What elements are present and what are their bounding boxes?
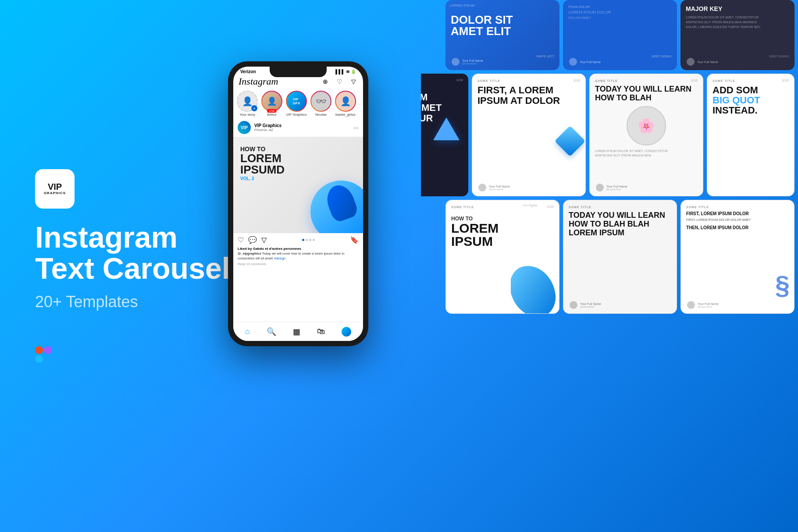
r2c2-big-text: FIRST, A LOREM IPSUM AT DOLOR <box>477 85 580 106</box>
r1c1-name-sub: @username <box>462 62 483 65</box>
post-more-icon[interactable]: ··· <box>353 124 359 131</box>
vip-label: VIP Graphics <box>286 113 307 117</box>
dm-icon[interactable]: ▽ <box>349 77 358 86</box>
r3c3-shape-s: § <box>775 270 790 300</box>
like-icon[interactable]: ♡ <box>238 236 244 244</box>
r3c3-avatar <box>687 301 695 309</box>
r1c1-text: DOLOR SIT <box>451 14 554 25</box>
r1c2-sub3: DOLOR AMET <box>568 16 672 20</box>
post-action-left: ♡ 💬 ▽ <box>238 236 267 244</box>
share-icon[interactable]: ▽ <box>261 236 267 244</box>
nav-search-icon[interactable]: 🔍 <box>267 327 276 337</box>
r2c3-name: Your Full Name <box>606 185 627 188</box>
add-post-icon[interactable]: ⊕ <box>321 77 330 86</box>
figma-logo <box>35 346 232 363</box>
card-r2c1: SOME TITLE 1/10 LOREM IPSUM DOLOR DOLOR … <box>421 74 468 196</box>
card-r1c1: LOREM IPSUM DOLOR SIT AMET ELIT SWIPE LE… <box>445 0 559 70</box>
comment-icon[interactable]: 💬 <box>248 236 257 244</box>
row-1-cards: LOREM IPSUM DOLOR SIT AMET ELIT SWIPE LE… <box>445 0 794 70</box>
r2c2-some-title: SOME TITLE <box>477 79 580 82</box>
heart-icon[interactable]: ♡ <box>335 77 344 86</box>
r2c2-avatar <box>478 184 486 192</box>
nav-reels-icon[interactable]: ▦ <box>293 327 300 337</box>
r1c2-keep-going: KEEP GOING! <box>652 55 672 58</box>
blob-shape <box>297 145 363 233</box>
r1c1-subtitle: LOREM IPSUM <box>450 4 474 7</box>
r1c3-title: MAJOR KEY <box>686 5 789 12</box>
r2c4-some-title: SOME TITLE <box>712 79 789 82</box>
r3c3-sub: @username <box>698 305 719 308</box>
r2c1-num: 1/10 <box>456 78 463 82</box>
r3c1-ipsum: IPSUM <box>451 235 554 248</box>
r2c2-num: 2/10 <box>573 78 580 82</box>
post-lorem: LOREM <box>240 153 285 164</box>
r2c2-name: Your Full Name <box>489 185 510 188</box>
r3c3-text3: THEN, LOREM IPSUM DOLOR <box>686 225 789 230</box>
story-your-story[interactable]: 👤 + Your story <box>237 91 258 117</box>
your-story-label: Your story <box>239 113 255 117</box>
story-barbie[interactable]: 👤 barbie_girtzz <box>335 91 356 117</box>
r1c1-name-text: Your Full Name <box>462 59 483 62</box>
save-icon[interactable]: 🔖 <box>350 236 359 244</box>
instagram-action-icons: ⊕ ♡ ▽ <box>321 77 358 86</box>
nav-shop-icon[interactable]: 🛍 <box>317 327 325 336</box>
r2c1-footer: Your Full Name @username <box>421 184 462 192</box>
r2c1-text1: LOREM IPSUM DOLOR DOLOR AMET <box>421 85 463 89</box>
stories-row: 👤 + Your story 👤 LIVE Arthur VIP <box>233 89 363 118</box>
r1c1-footer: Your Full Name @username <box>452 58 553 66</box>
r1c2-avatar <box>569 58 577 66</box>
caption-hashtag: #design <box>274 256 285 260</box>
barbie-avatar: 👤 <box>335 91 356 112</box>
story-arthur[interactable]: 👤 LIVE Arthur <box>261 91 282 117</box>
r3c2-name: Your Full Name <box>580 302 601 305</box>
post-caption: @_vipgraphics Today we will cover how to… <box>233 251 363 262</box>
post-text-overlay: HOW TO LOREM IPSUMD VOL. 2 <box>240 145 285 181</box>
card-r1c2: IPSUM DOLOR. LOREM IPSUM DOLOR DOLOR AME… <box>563 0 677 70</box>
caption-username: @_vipgraphics <box>238 252 261 255</box>
post-image: HOW TO LOREM IPSUMD VOL. 2 <box>233 137 363 233</box>
r2c3-avatar <box>596 184 604 192</box>
story-vip-graphics[interactable]: VIPGFX VIP Graphics <box>286 91 307 117</box>
r3c2-some-title: SOME TITLE <box>569 206 671 209</box>
dot-3 <box>309 239 311 241</box>
story-nicolas[interactable]: 👓 Nicolas <box>310 91 331 117</box>
logo-box: VIP GRAPHICS <box>35 169 75 209</box>
r3c1-figma: For Figma <box>523 204 537 207</box>
card-r1c3: MAJOR KEY LOREM IPSUM DOLOR SIT AMET, CO… <box>680 0 794 70</box>
arthur-label: Arthur <box>267 113 277 117</box>
nav-home-icon[interactable]: ⌂ <box>245 327 250 336</box>
r2c3-plant-image: 🌸 <box>627 106 666 145</box>
main-title: Instagram Text Carousel <box>35 222 232 284</box>
barbie-label: barbie_girtzz <box>335 113 356 117</box>
r3c3-text2: FIRST, LOREM IPSUM DOLOR DOLOR AMET <box>686 218 789 223</box>
status-icons: ▌▌▌ ≋ 🔋 <box>335 69 356 74</box>
row-3-cards: SOME TITLE For Figma 1/10 HOW TO LOREM I… <box>445 200 794 314</box>
post-avatar: VIP <box>238 121 251 134</box>
r3c2-footer: Your Full Name @username <box>570 301 670 309</box>
r3c2-avatar <box>570 301 577 309</box>
your-story-avatar: 👤 + <box>237 91 258 112</box>
post-actions: ♡ 💬 ▽ 🔖 <box>233 233 363 247</box>
r2c2-sub: @username <box>489 188 510 191</box>
figma-dot-orange <box>35 346 43 354</box>
r2c3-footer: Your Full Name @username <box>596 184 697 192</box>
card-r2c4: SOME TITLE 2/10 ADD SOMBIG QUOTINSTEAD. <box>707 74 794 196</box>
r2c1-shape <box>433 117 460 140</box>
post-vol: VOL. 2 <box>240 176 285 181</box>
add-story-btn: + <box>251 105 258 112</box>
logo-vip: VIP <box>48 182 62 191</box>
r3c1-num: 1/10 <box>547 205 554 209</box>
nav-profile-icon[interactable] <box>342 327 351 337</box>
subtitle: 20+ Templates <box>35 293 232 311</box>
card-r3c1: SOME TITLE For Figma 1/10 HOW TO LOREM I… <box>445 200 559 314</box>
phone-screen: Verizon ▌▌▌ ≋ 🔋 Instagram ⊕ ♡ ▽ 👤 + <box>233 67 363 341</box>
r1c3-keep: KEEP GOING! <box>769 55 789 58</box>
r1c2-name: Your Full Name <box>580 60 601 64</box>
dot-4 <box>313 239 315 241</box>
r1c3-text: LOREM IPSUM DOLOR SIT AMET, CONSECTETUR … <box>686 15 789 30</box>
row-2-cards: SOME TITLE 1/10 LOREM IPSUM DOLOR DOLOR … <box>421 74 794 196</box>
post-image-content: HOW TO LOREM IPSUMD VOL. 2 <box>233 137 363 233</box>
figma-dot-purple <box>44 346 52 354</box>
live-badge: LIVE <box>267 109 276 113</box>
r1c1-avatar <box>452 58 460 66</box>
